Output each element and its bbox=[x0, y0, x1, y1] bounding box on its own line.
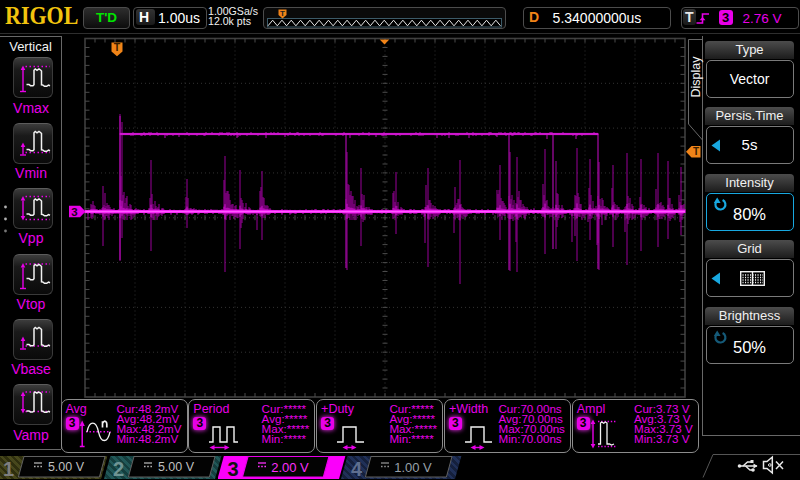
svg-text:T: T bbox=[280, 9, 285, 18]
svg-text:T: T bbox=[114, 41, 121, 53]
svg-text:3: 3 bbox=[71, 206, 77, 218]
svg-text:T: T bbox=[693, 146, 699, 157]
